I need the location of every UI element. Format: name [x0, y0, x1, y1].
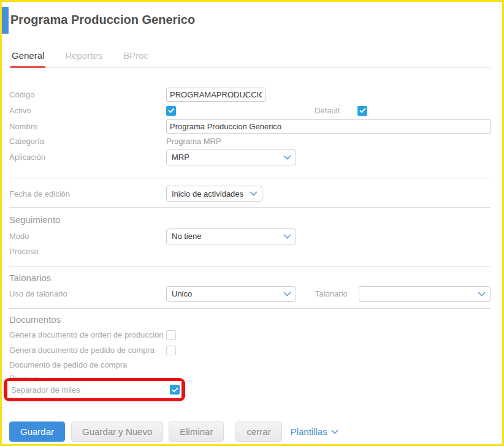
section-divider — [9, 178, 491, 178]
fecha-edicion-label: Fecha de edición — [9, 189, 166, 198]
field-row-aplicacion: Aplicación MRP — [9, 148, 491, 166]
field-row-categoria: Categoría Programa MRP — [9, 134, 491, 148]
chevron-down-icon — [478, 292, 486, 297]
genera-pedido-label: Genera documento de pedido de compra — [9, 346, 166, 355]
action-button-bar: Guardar Guardar y Nuevo Eliminar cerrar … — [9, 421, 491, 442]
field-row-documento-pedido: Documento de pedido de compra — [9, 358, 491, 372]
uso-talonario-value: Unico — [172, 289, 192, 298]
aplicacion-value: MRP — [172, 153, 189, 162]
genera-pedido-checkbox[interactable] — [166, 346, 176, 355]
field-row-codigo: Código — [9, 86, 491, 103]
field-row-separador-miles: Separador de miles — [7, 381, 181, 398]
categoria-label: Categoría — [9, 137, 166, 146]
chevron-down-icon — [283, 155, 291, 160]
field-row-fecha-edicion: Fecha de edición Inicio de actividades — [9, 184, 491, 203]
fecha-edicion-value: Inicio de actividades — [172, 189, 243, 198]
modo-label: Modo — [9, 232, 166, 241]
field-row-modo: Modo No tiene — [9, 228, 491, 244]
genera-orden-checkbox[interactable] — [166, 330, 176, 340]
documentos-heading: Documentos — [9, 314, 491, 325]
page-title: Programa Produccion Generico — [10, 12, 491, 28]
eliminar-button[interactable]: Eliminar — [169, 421, 224, 442]
field-row-uso-talonario: Uso de talonario Unico Talonario — [9, 285, 491, 303]
separador-highlight-annotation: Separador de miles — [4, 378, 185, 401]
genera-orden-label: Genera documento de orden de produccion — [9, 330, 166, 339]
plantillas-label: Plantillas — [291, 426, 327, 437]
chevron-down-icon — [283, 292, 291, 297]
field-row-nombre: Nombre — [9, 118, 491, 134]
uso-talonario-select[interactable]: Unico — [166, 286, 296, 302]
fecha-edicion-select[interactable]: Inicio de actividades — [166, 186, 262, 202]
nombre-input[interactable] — [166, 119, 491, 134]
plantillas-menu[interactable]: Plantillas — [291, 426, 338, 437]
guardar-button[interactable]: Guardar — [9, 421, 65, 442]
chevron-down-icon — [250, 191, 258, 196]
talonario-select[interactable] — [359, 286, 491, 302]
separador-miles-checkbox[interactable] — [170, 385, 180, 395]
codigo-label: Código — [9, 90, 166, 99]
section-divider — [9, 266, 491, 267]
field-row-genera-pedido: Genera documento de pedido de compra — [9, 342, 491, 358]
talonarios-heading: Talonarios — [9, 273, 491, 283]
talonario-label: Talonario — [315, 289, 348, 298]
check-icon — [172, 387, 178, 393]
check-icon — [168, 108, 175, 113]
dialog-programa-produccion: Programa Produccion Generico General Rep… — [2, 2, 502, 442]
activo-label: Activo — [9, 106, 166, 115]
background-element-strip — [2, 7, 9, 34]
default-checkbox[interactable] — [357, 106, 367, 116]
field-row-genera-orden: Genera documento de orden de produccion — [9, 327, 491, 342]
documento-pedido-label: Documento de pedido de compra — [9, 360, 127, 369]
annotated-screenshot-frame: Programa Produccion Generico General Rep… — [0, 0, 504, 446]
chevron-down-icon — [283, 234, 291, 239]
proceso-label: Proceso — [9, 247, 166, 256]
field-row-activo: Activo Default — [9, 103, 491, 118]
tab-general[interactable]: General — [10, 50, 45, 68]
codigo-input[interactable] — [166, 88, 265, 102]
tab-bproc[interactable]: BProc — [122, 50, 150, 68]
activo-checkbox[interactable] — [166, 106, 176, 116]
nombre-label: Nombre — [9, 122, 166, 131]
section-divider — [9, 207, 491, 208]
chevron-down-icon — [331, 429, 338, 434]
seguimiento-heading: Seguimiento — [9, 214, 491, 225]
modo-select[interactable]: No tiene — [166, 229, 296, 244]
modo-value: No tiene — [172, 232, 201, 241]
separador-miles-label: Separador de miles — [11, 385, 170, 395]
cerrar-button[interactable]: cerrar — [235, 421, 281, 442]
section-divider — [9, 308, 491, 309]
field-row-proceso: Proceso — [9, 244, 491, 259]
check-icon — [359, 108, 366, 113]
uso-talonario-label: Uso de talonario — [9, 289, 166, 298]
categoria-value: Programa MRP — [166, 137, 221, 146]
guardar-y-nuevo-button[interactable]: Guardar y Nuevo — [71, 421, 163, 442]
default-label: Default — [315, 106, 340, 115]
tab-bar: General Reportes BProc — [9, 50, 491, 68]
tab-reportes[interactable]: Reportes — [64, 50, 104, 68]
aplicacion-select[interactable]: MRP — [166, 149, 296, 165]
aplicacion-label: Aplicación — [9, 153, 166, 162]
